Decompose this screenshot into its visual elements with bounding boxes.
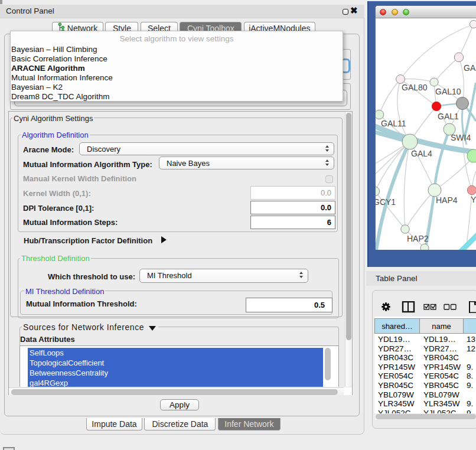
svg-text:GAL7: GAL7	[464, 63, 476, 73]
svg-text:SWI4: SWI4	[451, 133, 471, 142]
svg-text:GAL1: GAL1	[438, 112, 459, 121]
svg-text:GAL10: GAL10	[435, 87, 461, 96]
svg-text:Y: Y	[471, 195, 476, 204]
svg-text:GAL11: GAL11	[381, 119, 406, 128]
svg-text:HAP4: HAP4	[436, 195, 458, 205]
svg-text:HAP2: HAP2	[407, 234, 429, 243]
svg-text:GAL80: GAL80	[402, 83, 428, 92]
svg-text:GAL4: GAL4	[411, 149, 432, 158]
svg-text:GCY1: GCY1	[376, 197, 396, 207]
